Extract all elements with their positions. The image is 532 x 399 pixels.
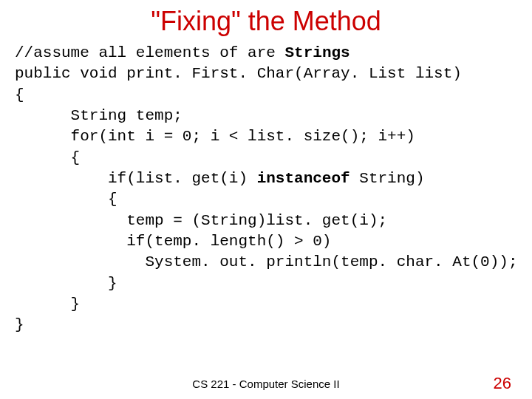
code-line: } bbox=[15, 275, 117, 292]
code-line: //assume all elements of are bbox=[15, 44, 284, 61]
code-line: for(int i = 0; i < list. size(); i++) bbox=[15, 128, 415, 145]
code-line: System. out. println(temp. char. At(0)); bbox=[15, 253, 518, 270]
code-line: } bbox=[15, 316, 24, 333]
slide-title: "Fixing" the Method bbox=[15, 6, 517, 37]
code-line: public void print. First. Char(Array. Li… bbox=[15, 65, 462, 82]
code-line: } bbox=[15, 296, 80, 313]
code-line: String temp; bbox=[15, 107, 183, 124]
code-line: String) bbox=[350, 170, 425, 187]
slide: "Fixing" the Method //assume all element… bbox=[0, 0, 532, 399]
code-line: { bbox=[15, 149, 80, 166]
code-line: if(temp. length() > 0) bbox=[15, 233, 331, 250]
footer-course: CS 221 - Computer Science II bbox=[0, 378, 532, 390]
code-keyword: instanceof bbox=[257, 170, 350, 187]
page-number: 26 bbox=[494, 374, 511, 393]
code-line: { bbox=[15, 86, 24, 103]
code-line: temp = (String)list. get(i); bbox=[15, 212, 387, 229]
code-block: //assume all elements of are Strings pub… bbox=[15, 43, 517, 336]
code-line: { bbox=[15, 191, 117, 208]
code-keyword: Strings bbox=[284, 44, 349, 61]
code-line: if(list. get(i) bbox=[15, 170, 257, 187]
